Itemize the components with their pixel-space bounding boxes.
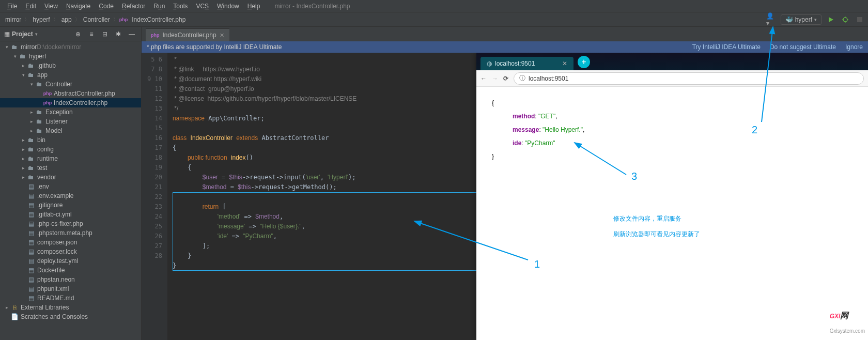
annotation-1: 1 [534, 257, 540, 271]
tree-item[interactable]: ▤phpunit.xml [0, 284, 141, 293]
sidebar-title: Project [12, 30, 33, 38]
menu-vcs[interactable]: VCS [192, 2, 213, 11]
stop-button[interactable] [855, 14, 865, 25]
project-tree[interactable]: ▾🖿mirror D:\docker\mirror▾🖿hyperf▸🖿.gith… [0, 41, 141, 340]
project-sidebar: ▦ Project ▾ ⊕ ≡ ⊟ ✱ — ▾🖿mirror D:\docker… [0, 27, 142, 340]
settings-icon[interactable]: ✱ [113, 29, 123, 39]
crumb-4[interactable]: IndexController.php [130, 16, 188, 23]
window-title: mirror - IndexController.php [274, 3, 350, 10]
chevron-down-icon: ▾ [814, 17, 817, 22]
tree-item[interactable]: ▤.phpstorm.meta.php [0, 228, 141, 238]
info-icon: ⓘ [519, 74, 525, 83]
browser-window: ◍ localhost:9501 ✕ + ← → ⟳ ⓘ localhost:9… [476, 53, 868, 340]
tree-item[interactable]: ▤.gitlab-ci.yml [0, 210, 141, 219]
chevron-down-icon[interactable]: ▾ [35, 32, 38, 37]
tree-item[interactable]: phpAbstractController.php [0, 89, 141, 98]
crumb-3[interactable]: Controller [81, 16, 112, 23]
php-file-icon: php [119, 17, 128, 22]
tree-item[interactable]: ▸🖿config [0, 145, 141, 154]
browser-tab[interactable]: ◍ localhost:9501 ✕ [481, 57, 574, 70]
tree-item[interactable]: ▸⎘External Libraries [0, 303, 141, 312]
menu-navigate[interactable]: Navigate [62, 2, 95, 11]
tree-item[interactable]: ▸🖿vendor [0, 173, 141, 182]
tree-item[interactable]: ▾🖿Controller [0, 80, 141, 89]
run-config-name: hyperf [795, 16, 812, 23]
php-file-icon: php [151, 33, 160, 38]
menu-code[interactable]: Code [95, 2, 118, 11]
collapse-all-icon[interactable]: ⊟ [100, 29, 110, 39]
annotation-text: 修改文件内容，重启服务 刷新浏览器即可看见内容更新了 [613, 211, 700, 242]
browser-tab-title: localhost:9501 [495, 60, 535, 67]
tab-label: IndexController.php [163, 32, 216, 39]
globe-icon: ◍ [487, 60, 492, 67]
tree-item[interactable]: ▤Dockerfile [0, 266, 141, 275]
menu-run[interactable]: Run [149, 2, 169, 11]
menu-help[interactable]: Help [243, 2, 265, 11]
tree-item[interactable]: ▸🖿runtime [0, 154, 141, 163]
notif-ignore[interactable]: Ignore [845, 43, 863, 51]
menu-tools[interactable]: Tools [169, 2, 192, 11]
tree-item[interactable]: 📄Scratches and Consoles [0, 312, 141, 321]
tab-indexcontroller[interactable]: php IndexController.php ✕ [146, 28, 229, 41]
run-button[interactable] [826, 14, 836, 25]
debug-button[interactable] [840, 14, 850, 25]
breadcrumb: mirror〉 hyperf〉 app〉 Controller〉 php Ind… [3, 16, 188, 23]
tree-item[interactable]: ▤deploy.test.yml [0, 256, 141, 266]
tree-item[interactable]: ▤composer.lock [0, 247, 141, 256]
svg-rect-5 [857, 17, 862, 22]
tree-item[interactable]: ▸🖿test [0, 163, 141, 173]
forward-button[interactable]: → [492, 75, 498, 82]
tree-item[interactable]: ▤.env [0, 182, 141, 191]
editor-tabs: php IndexController.php ✕ [142, 27, 868, 41]
close-icon[interactable]: ✕ [220, 32, 224, 39]
tree-item[interactable]: ▤.env.example [0, 191, 141, 200]
menu-view[interactable]: View [40, 2, 62, 11]
tree-item[interactable]: ▤README.md [0, 293, 141, 303]
tree-item[interactable]: phpIndexController.php [0, 98, 141, 107]
hide-icon[interactable]: — [127, 29, 137, 39]
tree-item[interactable]: ▸🖿.github [0, 61, 141, 70]
editor-body[interactable]: 5 6 7 8 9 10 11 12 13 14 15 16 17 18 19 … [142, 53, 868, 340]
new-tab-button[interactable]: + [578, 56, 590, 68]
annotation-3: 3 [631, 169, 637, 183]
menu-edit[interactable]: Edit [21, 2, 40, 11]
line-gutter: 5 6 7 8 9 10 11 12 13 14 15 16 17 18 19 … [142, 53, 167, 340]
tree-item[interactable]: ▸🖿Listener [0, 117, 141, 126]
notification-msg: *.php files are supported by IntelliJ ID… [147, 43, 282, 51]
address-bar[interactable]: ⓘ localhost:9501 [514, 72, 864, 85]
back-button[interactable]: ← [481, 75, 487, 82]
tree-item[interactable]: ▸🖿bin [0, 135, 141, 145]
run-config-selector[interactable]: 🐳 hyperf ▾ [781, 14, 822, 25]
url-text: localhost:9501 [529, 75, 568, 82]
user-icon[interactable]: 👤▾ [766, 14, 777, 25]
tree-item[interactable]: ▤.php-cs-fixer.php [0, 219, 141, 228]
menu-refactor[interactable]: Refactor [118, 2, 149, 11]
watermark: GXI网Gxlsystem.com [830, 308, 865, 338]
select-opened-icon[interactable]: ⊕ [73, 29, 83, 39]
nav-bar: mirror〉 hyperf〉 app〉 Controller〉 php Ind… [0, 12, 868, 27]
docker-icon: 🐳 [785, 16, 793, 23]
close-icon[interactable]: ✕ [562, 60, 567, 67]
notif-dont[interactable]: Do not suggest Ultimate [770, 43, 836, 51]
browser-content: { method: "GET", message: "Hello Hyperf.… [476, 87, 868, 340]
crumb-1[interactable]: hyperf [30, 16, 52, 23]
tree-item[interactable]: ▾🖿app [0, 70, 141, 80]
notification-bar: *.php files are supported by IntelliJ ID… [142, 41, 868, 53]
tree-item[interactable]: ▸🖿Exception [0, 107, 141, 117]
reload-button[interactable]: ⟳ [503, 75, 508, 82]
crumb-2[interactable]: app [59, 16, 74, 23]
svg-point-0 [843, 18, 847, 22]
tree-item[interactable]: ▸🖿Model [0, 126, 141, 135]
expand-all-icon[interactable]: ≡ [86, 29, 97, 39]
notif-try[interactable]: Try IntelliJ IDEA Ultimate [692, 43, 761, 51]
menu-window[interactable]: Window [213, 2, 243, 11]
tree-item[interactable]: ▾🖿hyperf [0, 52, 141, 61]
tree-item[interactable]: ▾🖿mirror D:\docker\mirror [0, 42, 141, 52]
tree-item[interactable]: ▤.gitignore [0, 200, 141, 210]
project-tool-icon: ▦ [4, 30, 10, 38]
menu-file[interactable]: File [3, 2, 21, 11]
editor-area: php IndexController.php ✕ *.php files ar… [142, 27, 868, 340]
tree-item[interactable]: ▤phpstan.neon [0, 275, 141, 284]
crumb-0[interactable]: mirror [3, 16, 23, 23]
tree-item[interactable]: ▤composer.json [0, 238, 141, 247]
